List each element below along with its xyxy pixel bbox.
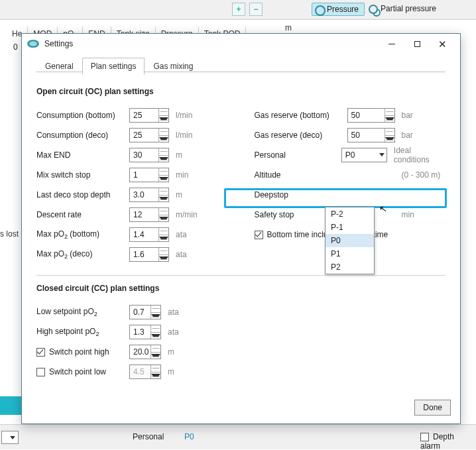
spin-gas-res-bot[interactable]: 50 [347, 108, 395, 123]
oc-left-column: Consumption (bottom)25l/min Consumption … [36, 105, 228, 264]
tab-content: Open circuit (OC) plan settings Consumpt… [36, 79, 446, 393]
pressure-toggle[interactable]: Pressure [312, 3, 365, 16]
hint-personal: Ideal conditions [394, 146, 446, 164]
lbl-maxpo2-bot: Max pO2 (bottom) [36, 229, 129, 240]
lbl-high-sp: High setpoint pO2 [36, 327, 129, 337]
cc-column: Low setpoint pO20.7ata High setpoint pO2… [36, 302, 235, 382]
remove-button[interactable]: − [249, 3, 263, 16]
lbl-cons-deco: Consumption (deco) [36, 131, 129, 140]
titlebar: Settings ✕ [22, 34, 460, 54]
spin-maxpo2-bot[interactable]: 1.4 [129, 227, 169, 242]
hint-altitude: (0 - 300 m) [402, 170, 441, 180]
s-lost-label: s lost [0, 229, 19, 239]
checkbox-icon [36, 368, 45, 376]
option-p-1[interactable]: P-1 [326, 221, 374, 234]
lbl-gas-res-bot: Gas reserve (bottom) [255, 111, 347, 120]
lbl-descent: Descent rate [36, 210, 129, 219]
status-personal-label: Personal [133, 432, 164, 441]
app-icon [27, 40, 39, 48]
lbl-gas-res-deco: Gas reserve (deco) [255, 131, 347, 140]
lbl-low-sp: Low setpoint pO2 [36, 307, 129, 317]
combo-personal[interactable]: P0 [341, 148, 387, 162]
checkbox-icon [255, 231, 263, 239]
spin-down-icon[interactable] [159, 116, 168, 123]
option-p2[interactable]: P2 [326, 260, 374, 274]
lbl-mix-switch: Mix switch stop [36, 170, 129, 180]
spin-low-sp[interactable]: 0.7 [129, 305, 161, 319]
lbl-last-deco: Last deco stop depth [36, 190, 129, 199]
unit-m: m [285, 23, 292, 32]
spin-mix-switch[interactable]: 1 [129, 168, 169, 182]
spin-sp-low: 4.5 [129, 365, 161, 379]
status-personal-value: P0 [184, 432, 194, 441]
spin-high-sp[interactable]: 1.3 [129, 325, 161, 339]
spin-last-deco[interactable]: 3.0 [129, 188, 169, 202]
bg-teal-block [0, 396, 22, 415]
spin-descent[interactable]: 12 [129, 207, 169, 222]
lbl-max-end: Max END [36, 150, 129, 160]
minimize-icon [388, 44, 395, 44]
cc-section-title: Closed circuit (CC) plan settings [36, 284, 446, 293]
chk-sp-low[interactable]: Switch point low [36, 367, 129, 376]
partial-pressure-label: Partial pressure [381, 4, 436, 13]
spin-cons-deco[interactable]: 25 [129, 128, 169, 142]
depth-alarm-checkbox[interactable]: Depth alarm [420, 432, 476, 450]
done-button[interactable]: Done [414, 400, 451, 416]
option-p-2[interactable]: P-2 [326, 207, 374, 221]
separator [36, 275, 446, 276]
maximize-icon [414, 41, 420, 47]
pressure-label: Pressure [327, 5, 359, 14]
option-p0[interactable]: P0 [326, 234, 374, 247]
close-button[interactable]: ✕ [430, 34, 455, 53]
spin-max-end[interactable]: 30 [129, 148, 169, 162]
dialog-title: Settings [44, 39, 379, 48]
tab-gas-mixing[interactable]: Gas mixing [145, 58, 202, 75]
oc-section-title: Open circuit (OC) plan settings [36, 87, 446, 96]
spin-gas-res-deco[interactable]: 50 [347, 128, 395, 142]
chk-sp-high[interactable]: Switch point high [36, 347, 129, 357]
settings-dialog: Settings ✕ General Plan settings Gas mix… [21, 33, 461, 424]
lbl-altitude: Altitude [255, 170, 347, 180]
tab-plan-settings[interactable]: Plan settings [82, 58, 145, 75]
spin-cons-bottom[interactable]: 25 [129, 108, 169, 123]
option-p1[interactable]: P1 [326, 247, 374, 260]
close-icon: ✕ [438, 39, 447, 49]
add-button[interactable]: + [232, 3, 245, 16]
spin-sp-high[interactable]: 20.0 [129, 345, 161, 359]
lbl-deepstop: Deepstop [255, 190, 347, 199]
lbl-personal: Personal [255, 150, 341, 160]
lbl-maxpo2-deco: Max pO2 (deco) [36, 249, 129, 260]
checkbox-icon [36, 348, 45, 357]
maximize-button[interactable] [404, 34, 430, 53]
chevron-down-icon [379, 153, 385, 156]
status-bar [0, 424, 476, 449]
tabs: General Plan settings Gas mixing [36, 58, 460, 75]
spin-maxpo2-deco[interactable]: 1.6 [129, 247, 169, 262]
checkbox-icon [420, 433, 429, 441]
lbl-cons-bottom: Consumption (bottom) [36, 111, 129, 120]
status-combo[interactable] [1, 431, 19, 444]
partial-pressure-toggle[interactable]: Partial pressure [366, 3, 442, 16]
spin-up-icon[interactable] [159, 109, 168, 116]
personal-dropdown[interactable]: P-2 P-1 P0 P1 P2 [325, 207, 375, 274]
tab-general[interactable]: General [36, 58, 82, 75]
minimize-button[interactable] [379, 34, 404, 53]
